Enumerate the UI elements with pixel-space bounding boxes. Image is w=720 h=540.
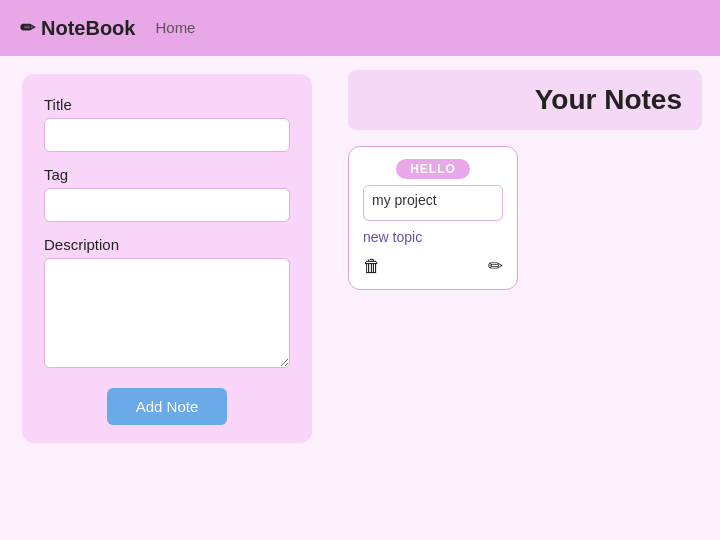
- add-note-button[interactable]: Add Note: [107, 388, 227, 425]
- description-label: Description: [44, 236, 290, 253]
- tag-label: Tag: [44, 166, 290, 183]
- title-input[interactable]: [44, 118, 290, 152]
- notes-panel: Your Notes HELLO my project new topic 🗑 …: [330, 56, 720, 540]
- app-name: NoteBook: [41, 17, 135, 40]
- header-nav: Home: [155, 19, 195, 37]
- notes-header: Your Notes: [348, 70, 702, 130]
- title-group: Title: [44, 96, 290, 152]
- main-content: Title Tag Description Add Note Your Note…: [0, 56, 720, 540]
- app-logo: ✏ NoteBook: [20, 17, 135, 40]
- notes-title: Your Notes: [368, 84, 682, 116]
- note-description: new topic: [363, 229, 503, 245]
- description-textarea[interactable]: [44, 258, 290, 368]
- form-panel: Title Tag Description Add Note: [22, 74, 312, 443]
- description-group: Description: [44, 236, 290, 368]
- note-tag-badge: HELLO: [396, 159, 470, 179]
- title-label: Title: [44, 96, 290, 113]
- nav-home-link[interactable]: Home: [155, 19, 195, 36]
- note-title: my project: [363, 185, 503, 221]
- edit-icon[interactable]: ✏: [488, 255, 503, 277]
- tag-group: Tag: [44, 166, 290, 222]
- note-card: HELLO my project new topic 🗑 ✏: [348, 146, 518, 290]
- delete-icon[interactable]: 🗑: [363, 256, 381, 277]
- pencil-icon: ✏: [20, 17, 35, 39]
- tag-input[interactable]: [44, 188, 290, 222]
- header: ✏ NoteBook Home: [0, 0, 720, 56]
- note-actions: 🗑 ✏: [363, 255, 503, 277]
